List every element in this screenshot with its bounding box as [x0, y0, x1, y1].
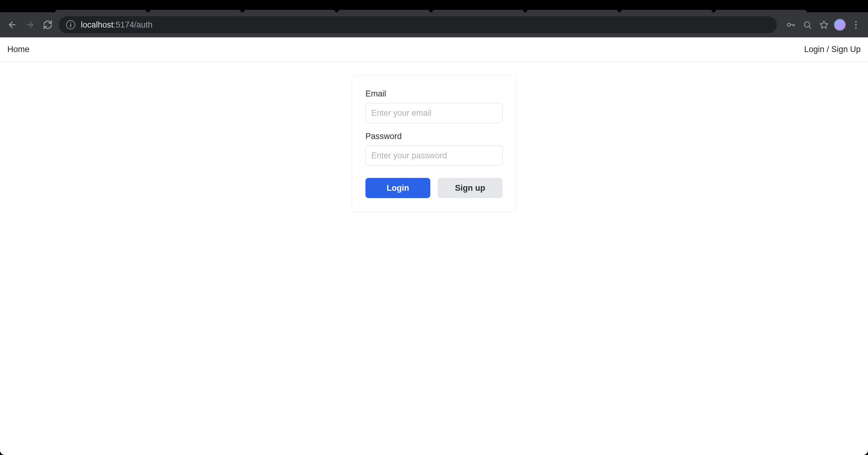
browser-tab-strip [0, 0, 868, 12]
browser-menu-button[interactable] [849, 18, 863, 32]
password-label: Password [366, 132, 502, 141]
browser-tab[interactable] [526, 10, 618, 12]
dot-icon [855, 21, 857, 23]
login-signup-link[interactable]: Login / Sign Up [804, 45, 861, 54]
site-info-icon[interactable]: i [66, 20, 75, 29]
signup-button[interactable]: Sign up [438, 178, 502, 198]
browser-tab[interactable] [621, 10, 713, 12]
profile-avatar[interactable] [834, 19, 846, 31]
star-icon [819, 20, 829, 29]
svg-point-6 [804, 22, 810, 27]
url-bar[interactable]: i localhost:5174/auth [59, 16, 777, 33]
browser-tab[interactable] [244, 10, 336, 12]
button-row: Login Sign up [366, 178, 502, 198]
svg-line-7 [809, 27, 811, 28]
back-button[interactable] [5, 18, 19, 32]
forward-button[interactable] [23, 18, 37, 32]
browser-tab[interactable] [55, 10, 147, 12]
key-icon [786, 20, 796, 29]
zoom-button[interactable] [801, 18, 814, 32]
svg-marker-8 [820, 21, 828, 28]
home-link[interactable]: Home [7, 45, 29, 54]
reload-icon [43, 20, 53, 30]
arrow-left-icon [7, 20, 17, 30]
url-host: localhost [81, 20, 114, 29]
dot-icon [855, 24, 857, 26]
svg-point-2 [787, 23, 790, 26]
reload-button[interactable] [41, 18, 55, 32]
browser-tab[interactable] [149, 10, 241, 12]
url-text: localhost:5174/auth [81, 20, 152, 30]
browser-chrome: i localhost:5174/auth [0, 0, 868, 37]
password-field[interactable] [366, 146, 502, 165]
browser-toolbar: i localhost:5174/auth [0, 12, 868, 37]
browser-tab[interactable] [338, 10, 430, 12]
email-field[interactable] [366, 103, 502, 123]
dot-icon [855, 27, 857, 29]
auth-card: Email Password Login Sign up [352, 75, 516, 212]
arrow-right-icon [25, 20, 35, 30]
browser-tab[interactable] [715, 10, 807, 12]
browser-tab[interactable] [432, 10, 524, 12]
password-group: Password [366, 132, 502, 165]
toolbar-right [784, 18, 863, 32]
bookmark-button[interactable] [817, 18, 831, 32]
page-viewport: Home Login / Sign Up Email Password Logi… [0, 37, 868, 455]
search-icon [803, 20, 812, 29]
email-label: Email [366, 89, 502, 99]
page-content: Email Password Login Sign up [0, 62, 868, 212]
email-group: Email [366, 89, 502, 123]
app-header: Home Login / Sign Up [0, 37, 868, 62]
login-button[interactable]: Login [366, 178, 430, 198]
password-manager-button[interactable] [784, 18, 798, 32]
url-path: :5174/auth [114, 20, 153, 29]
